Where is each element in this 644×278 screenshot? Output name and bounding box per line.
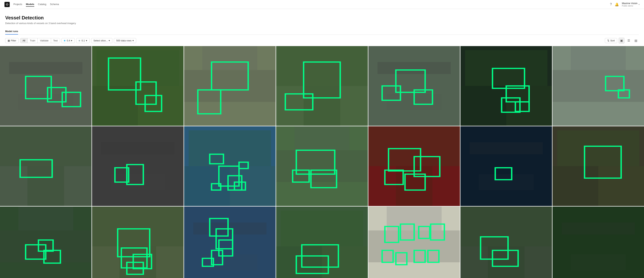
- topnav: Projects Models Catalog Schema ? 🔔 Maxim…: [0, 0, 644, 9]
- grid-cell[interactable]: [92, 206, 184, 278]
- grid-cell[interactable]: [92, 46, 184, 126]
- svg-rect-1: [6, 4, 8, 5]
- grid-cell[interactable]: [368, 46, 460, 126]
- svg-rect-35: [460, 86, 506, 126]
- view-grid-button[interactable]: ▣: [619, 38, 624, 44]
- grid-cell[interactable]: [460, 206, 552, 278]
- data-rows-selector[interactable]: 500 data rows ▾: [114, 38, 136, 43]
- svg-rect-68: [294, 126, 350, 150]
- filter-dot-1: [64, 40, 66, 42]
- grid-cell[interactable]: [0, 46, 92, 126]
- svg-rect-36: [506, 86, 552, 126]
- nav-models[interactable]: Models: [26, 2, 34, 7]
- svg-rect-59: [230, 166, 276, 206]
- svg-rect-113: [276, 246, 322, 278]
- grid-cell[interactable]: [276, 206, 368, 278]
- grid-cell[interactable]: [368, 126, 460, 206]
- svg-rect-105: [202, 254, 258, 270]
- nav-links: Projects Models Catalog Schema: [14, 2, 610, 7]
- grid-cell[interactable]: [552, 126, 644, 206]
- svg-rect-12: [138, 86, 184, 126]
- svg-rect-11: [92, 86, 138, 126]
- svg-rect-114: [322, 246, 368, 278]
- tab-model-runs[interactable]: Model runs: [5, 28, 18, 35]
- svg-rect-136: [571, 254, 626, 270]
- grid-cell[interactable]: [460, 126, 552, 206]
- filter-threshold-1[interactable]: 0.4 ▾: [62, 38, 75, 43]
- slice-chevron: ▾: [109, 39, 110, 42]
- topnav-right: ? 🔔 Maxime Voisin Public demo ▾: [610, 2, 640, 7]
- help-icon[interactable]: ?: [610, 3, 612, 6]
- svg-rect-104: [193, 223, 266, 234]
- svg-rect-67: [276, 150, 368, 182]
- svg-rect-74: [396, 166, 432, 206]
- data-rows-label: 500 data rows: [116, 39, 132, 42]
- nav-catalog[interactable]: Catalog: [38, 2, 46, 7]
- slice-label: Select slice...: [94, 39, 108, 42]
- svg-rect-58: [184, 166, 230, 206]
- seg-test[interactable]: Test: [51, 38, 60, 43]
- svg-rect-47: [0, 126, 92, 166]
- seg-train[interactable]: Train: [28, 38, 38, 43]
- nav-schema[interactable]: Schema: [50, 2, 59, 7]
- user-name: Maxime Voisin: [622, 2, 638, 5]
- notifications-icon[interactable]: 🔔: [615, 3, 619, 7]
- svg-rect-96: [92, 206, 184, 246]
- svg-rect-119: [387, 206, 442, 230]
- toolbar: ▦ Filter All Train Validate Test 0.4 ▾ 0…: [5, 38, 639, 44]
- sort-button[interactable]: ⇅ Sort: [605, 38, 617, 43]
- user-chevron-icon: ▾: [638, 3, 640, 6]
- svg-rect-81: [470, 142, 543, 154]
- grid-cell[interactable]: [184, 126, 276, 206]
- nav-projects[interactable]: Projects: [14, 2, 22, 7]
- filter-chevron-1: ▾: [71, 39, 72, 42]
- split-segment: All Train Validate Test: [20, 38, 60, 43]
- view-chart-button[interactable]: ▤: [633, 38, 639, 44]
- filter-button[interactable]: ▦ Filter: [5, 38, 19, 43]
- filter-icon: ▦: [8, 39, 10, 42]
- grid-cell[interactable]: [552, 206, 644, 278]
- grid-cell[interactable]: [552, 46, 644, 126]
- page-title: Vessel Detection: [5, 15, 639, 21]
- svg-rect-17: [184, 70, 276, 102]
- grid-cell[interactable]: [276, 46, 368, 126]
- filter-value-2: 0.1: [82, 39, 85, 42]
- main-page: Vessel Detection Detection of various ki…: [0, 9, 644, 278]
- toolbar-right: ⇅ Sort ▣ ☰ ▤: [605, 38, 639, 44]
- seg-all[interactable]: All: [20, 38, 28, 43]
- svg-rect-82: [479, 174, 534, 190]
- svg-rect-27: [368, 46, 460, 126]
- svg-rect-42: [552, 70, 644, 102]
- svg-rect-112: [281, 211, 363, 246]
- svg-rect-118: [368, 230, 460, 262]
- data-rows-chevron: ▾: [132, 39, 134, 42]
- grid-cell[interactable]: [92, 126, 184, 206]
- seg-validate[interactable]: Validate: [38, 38, 51, 43]
- svg-rect-53: [110, 174, 165, 190]
- grid-cell[interactable]: [0, 206, 92, 278]
- grid-cell[interactable]: [184, 206, 276, 278]
- svg-rect-28: [378, 62, 451, 74]
- svg-rect-34: [465, 50, 547, 86]
- svg-rect-87: [598, 166, 644, 206]
- svg-rect-80: [460, 126, 552, 206]
- user-menu[interactable]: Maxime Voisin Public demo ▾: [622, 2, 640, 7]
- svg-rect-43: [571, 46, 626, 70]
- app-logo[interactable]: [4, 2, 10, 7]
- svg-rect-73: [368, 126, 460, 166]
- filter-threshold-2[interactable]: 0.1 ▾: [76, 38, 90, 43]
- grid-cell[interactable]: [460, 46, 552, 126]
- svg-rect-135: [562, 223, 635, 234]
- svg-rect-10: [97, 50, 179, 86]
- view-list-button[interactable]: ☰: [626, 38, 632, 44]
- slice-selector[interactable]: Select slice... ▾: [91, 38, 112, 43]
- svg-rect-48: [28, 166, 64, 206]
- svg-rect-85: [557, 130, 639, 166]
- filter-value-1: 0.4: [67, 39, 70, 42]
- filter-label: Filter: [11, 39, 16, 42]
- grid-cell[interactable]: [276, 126, 368, 206]
- svg-rect-3: [0, 46, 92, 126]
- grid-cell[interactable]: [368, 206, 460, 278]
- grid-cell[interactable]: [0, 126, 92, 206]
- grid-cell[interactable]: [184, 46, 276, 126]
